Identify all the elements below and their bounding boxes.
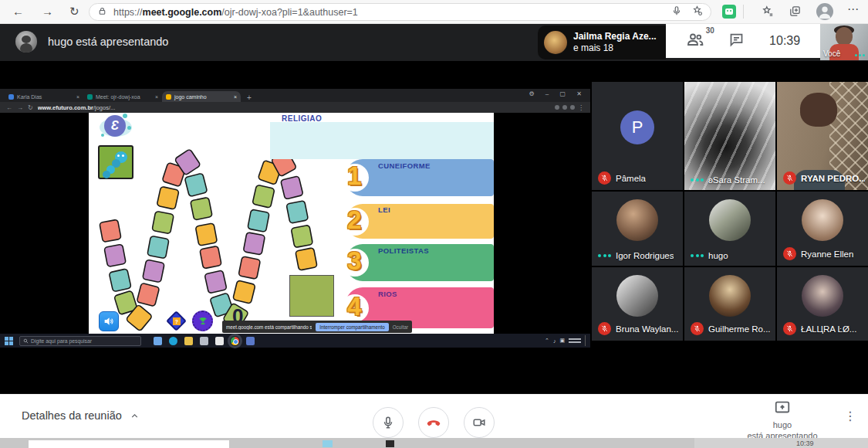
desktop-strip: 10:39	[0, 438, 868, 448]
extension-icon[interactable]	[722, 5, 736, 19]
trophy-badge[interactable]	[192, 311, 213, 331]
taskbar-apps	[154, 337, 255, 345]
window-controls[interactable]: ⚙ – ▢ ✕	[529, 90, 586, 97]
board-path-segment	[191, 197, 213, 220]
show-desktop-strip[interactable]	[585, 335, 587, 346]
more-options-icon[interactable]: ⋮	[844, 409, 856, 423]
participant-avatar	[616, 275, 658, 317]
presented-page: Ɛ RELIGIAO 1CUNEIFORME2LEI3POLITEISTAS4R…	[0, 113, 590, 334]
mic-toggle-button[interactable]	[373, 407, 404, 438]
participants-chip[interactable]: Jailma Regia Aze... e mais 18	[538, 25, 666, 59]
mini-refresh-icon[interactable]: ↻	[28, 104, 33, 111]
board-path-segment	[100, 219, 121, 242]
windows-start-icon[interactable]	[5, 337, 13, 345]
people-icon	[686, 30, 704, 49]
shared-screen: Karla Dias×Meet: ojr-dowj-xoa×jogo camin…	[0, 80, 590, 348]
presented-tab[interactable]: Karla Dias×	[5, 91, 83, 102]
participant-tile[interactable]: PPâmela	[592, 82, 683, 190]
voice-search-icon[interactable]	[671, 5, 682, 19]
participant-name: Pâmela	[616, 174, 646, 183]
board-path-segment	[195, 223, 217, 246]
tab-close-icon[interactable]: ×	[76, 94, 79, 100]
participant-tile[interactable]: Bruna Waylan...	[592, 267, 683, 341]
leave-call-button[interactable]	[418, 407, 449, 438]
speaking-indicator	[598, 254, 611, 257]
participants-count: 30	[706, 26, 714, 35]
board-path-segment	[233, 280, 255, 304]
participant-tile[interactable]: hugo	[684, 192, 775, 266]
chevron-up-icon	[130, 411, 140, 421]
back-icon[interactable]: ←	[12, 4, 24, 19]
meeting-clock: 10:39	[769, 34, 800, 48]
browser-toolbar: ← → ↻ https://meet.google.com/ojr-dowj-x…	[0, 0, 868, 24]
participant-tile[interactable]: RYAN PEDRO...	[777, 82, 868, 190]
background-icon	[323, 440, 333, 447]
tray-clock	[569, 338, 581, 343]
tab-close-icon[interactable]: ×	[234, 94, 237, 100]
answer-option[interactable]: 3POLITEISTAS	[346, 244, 494, 281]
board-path-segment	[152, 211, 174, 234]
board-path-segment	[137, 283, 160, 307]
taskbar-app-icon[interactable]	[200, 337, 208, 345]
self-video-tile[interactable]: Você	[820, 24, 868, 60]
taskbar-app-icon[interactable]	[215, 337, 224, 345]
chat-button[interactable]	[728, 32, 745, 51]
taskbar-app-icon[interactable]	[154, 337, 162, 345]
stop-sharing-button[interactable]: Interromper compartilhamento	[316, 323, 388, 331]
tab-close-icon[interactable]: ×	[155, 94, 158, 100]
background-window	[29, 440, 229, 448]
taskbar-app-icon[interactable]	[246, 337, 255, 345]
presented-tab[interactable]: Meet: ojr-dowj-xoa×	[83, 91, 162, 102]
taskbar-folder-icon[interactable]	[184, 337, 193, 345]
board-path-segment	[114, 290, 137, 314]
sound-button[interactable]	[99, 311, 119, 331]
taskbar-search[interactable]: Digite aqui para pesquisar	[19, 336, 141, 346]
hide-share-bar-button[interactable]: Ocultar	[393, 324, 408, 330]
participant-tile[interactable]: Guilherme Ro...	[684, 267, 775, 341]
tray-chevron-icon[interactable]: ⌃	[545, 338, 549, 344]
presented-tabstrip: Karla Dias×Meet: ojr-dowj-xoa×jogo camin…	[0, 89, 590, 102]
presented-tab[interactable]: jogo caminho×	[162, 91, 241, 102]
board-path-segment	[157, 186, 179, 209]
participant-tile[interactable]: ŁALЦRA ĿØ...	[777, 267, 868, 341]
meeting-details-button[interactable]: Detalhes da reunião	[22, 409, 140, 422]
participant-avatar: P	[620, 110, 654, 144]
board-path-segment	[296, 248, 317, 271]
screen: ← → ↻ https://meet.google.com/ojr-dowj-x…	[0, 0, 868, 448]
question-square[interactable]	[289, 275, 334, 317]
answer-number: 2	[347, 205, 361, 234]
participants-button[interactable]: 30	[686, 30, 704, 52]
forward-icon[interactable]: →	[42, 4, 53, 19]
taskbar-edge-icon[interactable]	[169, 337, 177, 345]
browser-menu-icon[interactable]: ⋯	[847, 2, 859, 16]
tray-volume-icon[interactable]: ♪	[553, 338, 556, 344]
mini-forward-icon[interactable]: →	[17, 104, 23, 111]
participant-chip-avatar	[544, 31, 567, 54]
participant-tile[interactable]: Igor Rodrigues	[592, 192, 683, 266]
address-bar[interactable]: https://meet.google.com/ojr-dowj-xoa?pli…	[89, 3, 711, 21]
answer-label: CUNEIFORME	[378, 161, 431, 170]
refresh-icon[interactable]: ↻	[69, 4, 79, 19]
camera-toggle-button[interactable]	[464, 407, 495, 438]
board-path-segment	[248, 209, 269, 232]
favorites-bar-icon[interactable]	[761, 5, 774, 21]
mini-menu-icon[interactable]: ⋮	[578, 104, 584, 111]
participant-tile[interactable]: ʚSara Stram...	[684, 82, 775, 190]
answer-option[interactable]: 1CUNEIFORME	[346, 159, 494, 196]
participant-name: hugo	[708, 251, 728, 260]
collections-icon[interactable]	[789, 5, 802, 21]
presented-window: Karla Dias×Meet: ojr-dowj-xoa×jogo camin…	[0, 89, 590, 348]
new-tab-icon[interactable]: +	[247, 93, 252, 102]
favorite-star-icon[interactable]	[691, 5, 703, 19]
participant-tile[interactable]: Ryanne Ellen	[777, 192, 868, 266]
search-icon	[23, 338, 29, 344]
tray-network-icon[interactable]: ▣	[559, 338, 565, 344]
mini-back-icon[interactable]: ←	[6, 104, 12, 111]
browser-profile-avatar[interactable]	[816, 3, 833, 20]
mic-muted-icon	[785, 324, 794, 333]
taskbar-chrome-icon[interactable]	[231, 337, 239, 345]
dice-button[interactable]: ?	[166, 311, 187, 332]
answer-label: LEI	[378, 205, 390, 214]
answer-option[interactable]: 2LEI	[346, 204, 494, 239]
presenting-status[interactable]: hugo está apresentando	[747, 399, 818, 441]
